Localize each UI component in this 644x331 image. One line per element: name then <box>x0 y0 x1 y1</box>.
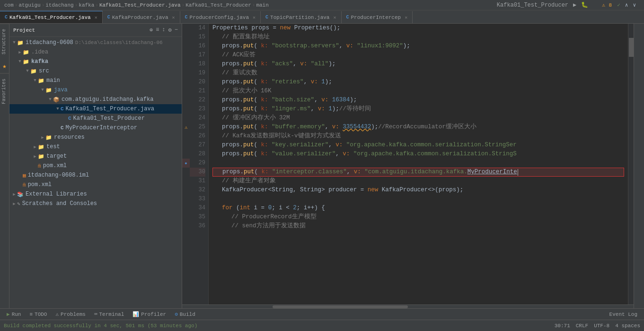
breadcrumb-item[interactable]: Kafka01_Test_Producer <box>185 2 251 8</box>
todo-tab[interactable]: ≡ TODO <box>26 310 51 319</box>
item-name: Kafka01_Test_Producer.java <box>66 106 154 112</box>
tree-item-target[interactable]: ▶ 📁 target <box>9 152 182 161</box>
tree-item-iml[interactable]: ▦ itdachang-0608.iml <box>9 170 182 180</box>
code-line-16: props.put( k: "bootstrap.servers", v: "l… <box>212 42 624 51</box>
tree-item-kafka01-class[interactable]: C Kafka01_Test_Producer <box>9 114 182 123</box>
java-file-icon: C <box>5 15 8 20</box>
tree-item-scratches[interactable]: ▶ ✎ Scratches and Consoles <box>9 199 182 208</box>
item-name: Kafka01_Test_Producer <box>73 115 145 122</box>
gutter-line <box>182 132 190 141</box>
tab-label: TopicPartition.java <box>270 15 329 20</box>
cursor-position[interactable]: 30:71 <box>555 323 570 329</box>
close-tab-icon[interactable]: ✕ <box>95 15 97 20</box>
tree-item-package[interactable]: ▼ 📦 com.atguigu.itdachang.kafka <box>9 95 182 104</box>
java-file-icon: C <box>346 15 349 20</box>
close-tab-icon[interactable]: ✕ <box>172 15 175 20</box>
horizontal-scrollbar[interactable] <box>182 304 634 308</box>
code-line-30: props.put( k: "interceptor.classes", v: … <box>212 168 624 177</box>
item-name: src <box>39 68 49 74</box>
code-line-31: // 构建生产者对象 <box>212 177 624 186</box>
tree-item-resources[interactable]: ▶ 📁 resources <box>9 133 182 142</box>
tab-producerconfig[interactable]: C ProducerConfig.java ✕ <box>180 11 261 23</box>
code-line-36: // send方法用于发送数据 <box>212 222 624 231</box>
breadcrumb-item[interactable]: atguigu <box>18 2 40 8</box>
close-tab-icon[interactable]: ✕ <box>405 15 407 20</box>
code-container: ⚠ ◆ 14 15 16 17 <box>182 24 634 304</box>
favorites-tab[interactable]: Favorites <box>0 73 9 109</box>
structure-tab[interactable]: Structure <box>0 24 9 59</box>
gutter-line <box>182 51 190 60</box>
tree-item-main[interactable]: ▼ 📁 main <box>9 76 182 85</box>
code-content[interactable]: Properties props = new Properties(); // … <box>209 24 628 304</box>
run-config-label: Kafka01_Test_Producer <box>497 2 568 9</box>
gutter-line <box>182 69 190 78</box>
terminal-tab[interactable]: ⌨ Terminal <box>90 310 128 319</box>
close-tab-icon[interactable]: ✕ <box>333 15 336 20</box>
line-separator[interactable]: CRLF <box>576 323 588 329</box>
tree-item-test[interactable]: ▶ 📁 test <box>9 142 182 152</box>
breadcrumb-item[interactable]: itdachang <box>45 2 73 8</box>
arrow-icon: ▶ <box>32 154 38 159</box>
tab-producerintercep[interactable]: C ProducerIntercep ✕ <box>342 11 413 23</box>
breadcrumb-item[interactable]: com <box>4 2 14 8</box>
gutter-line <box>182 168 190 177</box>
gutter-line <box>182 186 190 195</box>
gutter-line <box>182 195 190 204</box>
tree-item-myproducer[interactable]: C MyProducerInterceptor <box>9 123 182 133</box>
indent[interactable]: 4 spaces <box>615 323 640 329</box>
line-num-32: 32 <box>190 186 205 195</box>
problems-tab[interactable]: ⚠ Problems <box>52 310 89 319</box>
minimap-track[interactable] <box>628 24 634 304</box>
breadcrumb-item[interactable]: main <box>256 2 268 8</box>
build-tab[interactable]: ⚙ Build <box>171 310 199 319</box>
tree-item-kafka[interactable]: ▼ 📁 kafka <box>9 57 182 66</box>
sidebar-icon-list[interactable]: ≡ <box>156 27 159 34</box>
tab-kafkaproducer[interactable]: C KafkaProducer.java ✕ <box>103 11 180 23</box>
sidebar-icon-gear[interactable]: ⚙ <box>168 27 172 34</box>
run-icon[interactable]: ▶ <box>573 1 576 9</box>
tree-item-idea[interactable]: ▶ 📁 .idea <box>9 47 182 57</box>
tree-item-src[interactable]: ▼ 📁 src <box>9 66 182 76</box>
h-scrollbar-thumb[interactable] <box>273 305 408 308</box>
sidebar-icon-add[interactable]: ⊕ <box>150 27 153 34</box>
sidebar-icon-minimize[interactable]: − <box>175 27 178 34</box>
run-tab[interactable]: ▶ Run <box>3 310 25 319</box>
nav-down-icon[interactable]: ∨ <box>633 2 636 8</box>
gutter-line <box>182 24 190 33</box>
favorites-icon[interactable]: ★ <box>0 59 9 73</box>
tab-bar: C Kafka01_Test_Producer.java ✕ C KafkaPr… <box>0 10 644 24</box>
encoding[interactable]: UTF-8 <box>594 323 609 329</box>
bottom-toolbar: ▶ Run ≡ TODO ⚠ Problems ⌨ Terminal 📊 Pro… <box>0 308 644 320</box>
code-line-26: // Kafka发送数据时以k-v键值对方式发送 <box>212 132 624 141</box>
breadcrumb-item[interactable]: kafka <box>79 2 94 8</box>
profiler-icon: 📊 <box>132 311 139 317</box>
tab-kafka01-test-producer[interactable]: C Kafka01_Test_Producer.java ✕ <box>0 11 103 23</box>
item-name: MyProducerInterceptor <box>66 125 137 131</box>
libs-icon: 📚 <box>17 191 24 197</box>
sidebar-icon-expand[interactable]: ↕ <box>162 27 165 34</box>
nav-up-icon[interactable]: ∧ <box>625 2 628 8</box>
tree-item-external-libs[interactable]: ▶ 📚 External Libraries <box>9 189 182 199</box>
minimap-thumb[interactable] <box>629 38 634 57</box>
tree-item-kafka01-file[interactable]: ▼ C Kafka01_Test_Producer.java <box>9 104 182 114</box>
tree-item-root[interactable]: ▼ 📁 itdachang-0608 D:\idea\classes\itdac… <box>9 38 182 47</box>
close-tab-icon[interactable]: ✕ <box>253 15 256 20</box>
debug-icon[interactable]: 🐛 <box>581 1 588 9</box>
tree-item-pom-inner[interactable]: m̈ pom.xml <box>9 161 182 170</box>
status-right: 30:71 CRLF UTF-8 4 spaces <box>555 323 640 329</box>
tree-item-java[interactable]: ▼ 📁 java <box>9 85 182 95</box>
line-num-29: 29 <box>190 159 205 168</box>
tree-item-pom-outer[interactable]: m̈ pom.xml <box>9 180 182 189</box>
event-log-tab[interactable]: Event Log <box>606 310 641 319</box>
gutter-line <box>182 177 190 186</box>
item-name: target <box>46 153 67 160</box>
tab-topicpartition[interactable]: C TopicPartition.java ✕ <box>261 11 341 23</box>
item-name: pom.xml <box>28 181 52 188</box>
profiler-tab[interactable]: 📊 Profiler <box>129 310 170 319</box>
line-num-31: 31 <box>190 177 205 186</box>
folder-icon: 📁 <box>23 49 29 55</box>
breadcrumb-item[interactable]: Kafka01_Test_Producer.java <box>99 2 181 8</box>
code-line-34: for (int i = 0; i < 2; i++) { <box>212 204 624 213</box>
run-label: Run <box>12 312 21 317</box>
tab-label: ProducerIntercep <box>351 15 401 20</box>
